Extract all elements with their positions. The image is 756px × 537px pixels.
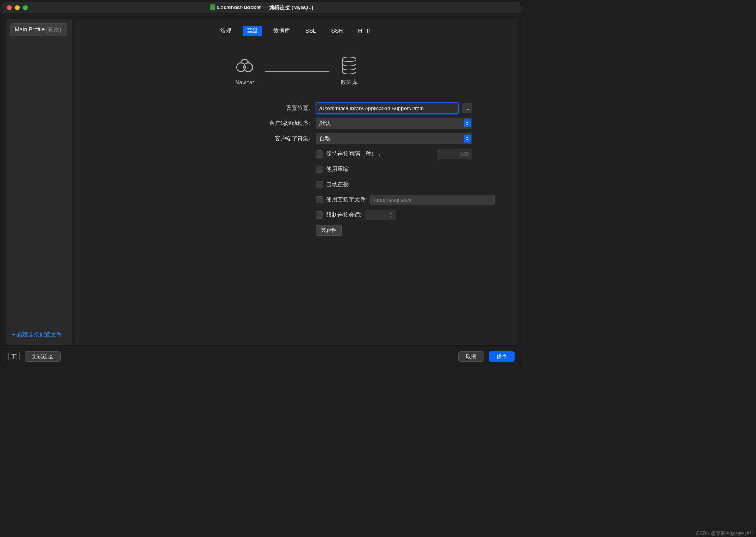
main-panel: 常规 高级 数据库 SSL SSH HTTP Navicat bbox=[76, 19, 517, 345]
app-icon bbox=[210, 4, 215, 10]
profile-name: Main Profile bbox=[15, 26, 45, 33]
test-connection-button[interactable]: 测试连接 bbox=[25, 351, 61, 362]
browse-button[interactable]: ... bbox=[462, 103, 472, 113]
compression-label: 使用压缩 bbox=[326, 166, 349, 173]
keepalive-label: 保持连接间隔（秒）： bbox=[326, 150, 382, 158]
socket-checkbox[interactable] bbox=[316, 196, 323, 203]
socket-label: 使用套接字文件: bbox=[326, 196, 367, 203]
chevron-updown-icon bbox=[464, 135, 471, 143]
keepalive-checkbox[interactable] bbox=[316, 150, 323, 158]
sidebar-toggle-button[interactable] bbox=[8, 352, 20, 361]
tab-advanced[interactable]: 高级 bbox=[243, 26, 262, 36]
titlebar: Localhost-Docker — 编辑连接 (MySQL) bbox=[2, 2, 521, 13]
panel-icon bbox=[11, 354, 17, 359]
new-profile-button[interactable]: + 新建连接配置文件 bbox=[10, 329, 67, 341]
window: Localhost-Docker — 编辑连接 (MySQL) Main Pro… bbox=[2, 2, 521, 367]
compatibility-button[interactable]: 兼容性 bbox=[316, 225, 342, 236]
chevron-updown-icon bbox=[464, 119, 471, 127]
cancel-button[interactable]: 取消 bbox=[458, 351, 484, 362]
database-icon bbox=[341, 56, 358, 75]
navicat-icon bbox=[235, 57, 254, 75]
connection-graphic: Navicat 数据库 bbox=[76, 44, 517, 96]
compression-checkbox[interactable] bbox=[316, 166, 323, 173]
tab-databases[interactable]: 数据库 bbox=[269, 26, 294, 36]
connection-line-icon bbox=[265, 71, 329, 72]
autoconnect-checkbox[interactable] bbox=[316, 181, 323, 188]
profiles-sidebar: Main Profile (有效) + 新建连接配置文件 bbox=[6, 19, 72, 345]
tab-ssl[interactable]: SSL bbox=[301, 26, 320, 36]
profile-item-main[interactable]: Main Profile (有效) bbox=[10, 23, 67, 36]
socket-path-input[interactable]: /tmp/mysql.sock bbox=[370, 195, 495, 205]
navicat-node: Navicat bbox=[235, 57, 254, 86]
client-charset-select[interactable]: 自动 bbox=[316, 133, 472, 144]
navicat-label: Navicat bbox=[235, 79, 254, 86]
client-driver-select[interactable]: 默认 bbox=[316, 118, 472, 129]
save-button[interactable]: 保存 bbox=[489, 351, 515, 362]
content: Main Profile (有效) + 新建连接配置文件 常规 高级 数据库 S… bbox=[2, 13, 521, 345]
limit-sessions-label: 限制连接会话: bbox=[326, 211, 362, 219]
watermark: CSDN @穿素白衫的中少年 bbox=[696, 530, 754, 537]
settings-location-label: 设置位置: bbox=[76, 105, 316, 112]
limit-sessions-input[interactable]: 0 bbox=[365, 210, 396, 220]
client-driver-label: 客户端驱动程序: bbox=[76, 120, 316, 127]
client-charset-label: 客户端字符集: bbox=[76, 135, 316, 142]
keepalive-input[interactable]: 240 bbox=[437, 149, 472, 159]
database-node: 数据库 bbox=[341, 56, 358, 86]
svg-point-2 bbox=[342, 57, 356, 62]
settings-location-input[interactable]: /Users/mac/Library/Application Support/P… bbox=[316, 102, 459, 114]
window-title: Localhost-Docker — 编辑连接 (MySQL) bbox=[2, 4, 521, 11]
form: 设置位置: /Users/mac/Library/Application Sup… bbox=[76, 96, 517, 246]
tab-ssh[interactable]: SSH bbox=[327, 26, 347, 36]
footer: 测试连接 取消 保存 bbox=[2, 345, 521, 367]
autoconnect-label: 自动连接 bbox=[326, 181, 349, 188]
limit-sessions-checkbox[interactable] bbox=[316, 211, 323, 219]
database-label: 数据库 bbox=[341, 79, 358, 86]
tabs: 常规 高级 数据库 SSL SSH HTTP bbox=[76, 19, 517, 44]
tab-general[interactable]: 常规 bbox=[216, 26, 235, 36]
tab-http[interactable]: HTTP bbox=[354, 26, 377, 36]
profile-status: (有效) bbox=[46, 26, 61, 33]
